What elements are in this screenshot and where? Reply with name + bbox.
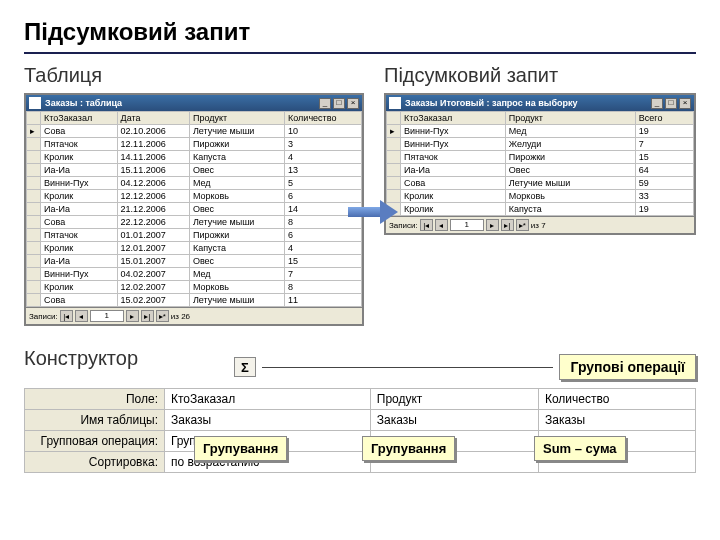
table-cell[interactable]: Капуста [505, 203, 635, 216]
nav-new-icon[interactable]: ▸* [156, 310, 169, 322]
row-selector[interactable]: ▸ [387, 125, 401, 138]
minimize-icon[interactable]: _ [319, 98, 331, 109]
table-cell[interactable]: Кролик [41, 281, 118, 294]
table-cell[interactable]: 5 [285, 177, 362, 190]
table-cell[interactable]: Кролик [41, 242, 118, 255]
table-row[interactable]: Винни-Пух04.12.2006Мед5 [27, 177, 362, 190]
nav-prev-icon[interactable]: ◂ [75, 310, 88, 322]
table-cell[interactable]: 4 [285, 151, 362, 164]
col-header[interactable]: Дата [117, 112, 189, 125]
table-cell[interactable]: Летучие мыши [189, 216, 284, 229]
table-cell[interactable]: Пятачок [41, 229, 118, 242]
row-selector[interactable] [27, 151, 41, 164]
table-cell[interactable]: 7 [285, 268, 362, 281]
table-cell[interactable]: Иа-Иа [401, 164, 506, 177]
table-cell[interactable]: Пирожки [505, 151, 635, 164]
table-cell[interactable]: Иа-Иа [41, 255, 118, 268]
table-cell[interactable]: Винни-Пух [401, 125, 506, 138]
col-header[interactable]: Всего [635, 112, 693, 125]
table-row[interactable]: Винни-Пух04.02.2007Мед7 [27, 268, 362, 281]
table-cell[interactable]: Мед [505, 125, 635, 138]
row-selector[interactable] [27, 216, 41, 229]
table-cell[interactable]: Пятачок [401, 151, 506, 164]
table-cell[interactable]: 10 [285, 125, 362, 138]
table-cell[interactable]: Пирожки [189, 138, 284, 151]
row-selector[interactable] [387, 151, 401, 164]
table-cell[interactable]: Мед [189, 268, 284, 281]
table-cell[interactable]: 8 [285, 281, 362, 294]
table-row[interactable]: Пятачок01.01.2007Пирожки6 [27, 229, 362, 242]
table-cell[interactable]: 04.02.2007 [117, 268, 189, 281]
table-cell[interactable]: Овес [505, 164, 635, 177]
row-selector[interactable] [27, 190, 41, 203]
nav-last-icon[interactable]: ▸| [501, 219, 514, 231]
table-cell[interactable]: 04.12.2006 [117, 177, 189, 190]
table-cell[interactable]: 59 [635, 177, 693, 190]
table-cell[interactable]: Иа-Иа [41, 203, 118, 216]
table-cell[interactable]: Капуста [189, 242, 284, 255]
row-selector[interactable] [27, 229, 41, 242]
maximize-icon[interactable]: □ [665, 98, 677, 109]
row-selector[interactable] [27, 177, 41, 190]
table-cell[interactable]: Винни-Пух [41, 268, 118, 281]
nav-first-icon[interactable]: |◂ [420, 219, 433, 231]
nav-next-icon[interactable]: ▸ [486, 219, 499, 231]
table-cell[interactable]: 02.10.2006 [117, 125, 189, 138]
row-selector[interactable] [27, 268, 41, 281]
nav-next-icon[interactable]: ▸ [126, 310, 139, 322]
table-cell[interactable]: Винни-Пух [401, 138, 506, 151]
table-cell[interactable]: Морковь [189, 281, 284, 294]
nav-position[interactable]: 1 [450, 219, 484, 231]
table-cell[interactable]: 15 [635, 151, 693, 164]
table-cell[interactable]: Овес [189, 164, 284, 177]
table-row[interactable]: Кролик12.02.2007Морковь8 [27, 281, 362, 294]
table-cell[interactable]: Кролик [401, 190, 506, 203]
table-cell[interactable]: 12.11.2006 [117, 138, 189, 151]
designer-cell[interactable]: Количество [538, 389, 695, 410]
table-cell[interactable]: 15.11.2006 [117, 164, 189, 177]
table-cell[interactable]: Сова [41, 294, 118, 307]
table-cell[interactable]: 19 [635, 125, 693, 138]
table-cell[interactable]: Сова [41, 216, 118, 229]
row-selector[interactable] [27, 294, 41, 307]
row-selector[interactable] [27, 255, 41, 268]
nav-prev-icon[interactable]: ◂ [435, 219, 448, 231]
table-cell[interactable]: Овес [189, 203, 284, 216]
table-cell[interactable]: Сова [401, 177, 506, 190]
designer-cell[interactable]: Заказы [538, 410, 695, 431]
table-cell[interactable]: 3 [285, 138, 362, 151]
table-cell[interactable]: Пирожки [189, 229, 284, 242]
table-row[interactable]: Иа-Иа21.12.2006Овес14 [27, 203, 362, 216]
table-cell[interactable]: 4 [285, 242, 362, 255]
maximize-icon[interactable]: □ [333, 98, 345, 109]
close-icon[interactable]: × [679, 98, 691, 109]
table-cell[interactable]: 12.01.2007 [117, 242, 189, 255]
nav-new-icon[interactable]: ▸* [516, 219, 529, 231]
table-cell[interactable]: 12.02.2007 [117, 281, 189, 294]
table-cell[interactable]: Капуста [189, 151, 284, 164]
nav-first-icon[interactable]: |◂ [60, 310, 73, 322]
table-cell[interactable]: Морковь [189, 190, 284, 203]
row-selector[interactable] [387, 177, 401, 190]
table-cell[interactable]: Сова [41, 125, 118, 138]
nav-last-icon[interactable]: ▸| [141, 310, 154, 322]
table-cell[interactable]: 33 [635, 190, 693, 203]
table-row[interactable]: Винни-ПухЖелуди7 [387, 138, 694, 151]
table-cell[interactable]: Пятачок [41, 138, 118, 151]
table-row[interactable]: Пятачок12.11.2006Пирожки3 [27, 138, 362, 151]
col-header[interactable]: КтоЗаказал [401, 112, 506, 125]
row-selector[interactable] [27, 203, 41, 216]
table-cell[interactable]: Кролик [41, 151, 118, 164]
table-cell[interactable]: 11 [285, 294, 362, 307]
table-cell[interactable]: Кролик [41, 190, 118, 203]
row-selector[interactable] [387, 138, 401, 151]
table-cell[interactable]: Кролик [401, 203, 506, 216]
designer-cell[interactable]: Продукт [370, 389, 538, 410]
nav-position[interactable]: 1 [90, 310, 124, 322]
designer-cell[interactable]: КтоЗаказал [165, 389, 371, 410]
row-selector[interactable] [27, 164, 41, 177]
table-cell[interactable]: Летучие мыши [189, 294, 284, 307]
table-cell[interactable]: 7 [635, 138, 693, 151]
table-cell[interactable]: Винни-Пух [41, 177, 118, 190]
row-selector[interactable] [387, 164, 401, 177]
